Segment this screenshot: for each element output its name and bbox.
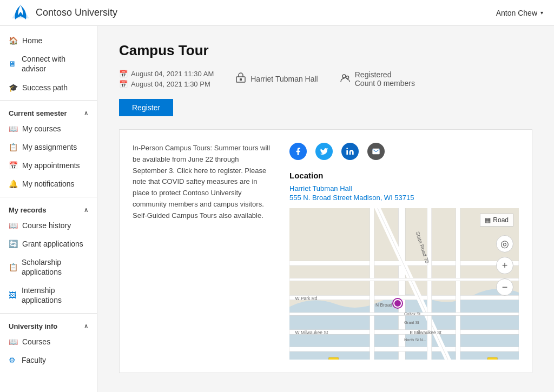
sidebar-item-courses[interactable]: 📖 Courses <box>0 333 97 351</box>
faculty-icon: ⚙ <box>9 355 17 365</box>
content-area: In-Person Campus Tours: Summer tours wil… <box>119 129 532 373</box>
success-path-icon: 🎓 <box>9 83 18 92</box>
sidebar-item-my-appointments[interactable]: 📅 My appointments <box>0 156 97 175</box>
sidebar-label-faculty: Faculty <box>22 355 46 365</box>
calendar-icon-1: 📅 <box>119 70 128 78</box>
description-text: In-Person Campus Tours: Summer tours wil… <box>133 143 273 222</box>
sidebar-item-home[interactable]: 🏠 Home <box>0 31 97 50</box>
calendar-icon-2: 📅 <box>119 80 128 88</box>
sidebar-item-my-courses[interactable]: 📖 My courses <box>0 119 97 138</box>
svg-rect-13 <box>370 208 374 360</box>
sidebar-item-course-history[interactable]: 📖 Course history <box>0 216 97 235</box>
svg-point-2 <box>342 75 346 78</box>
road-label-button[interactable]: ▦ Road <box>480 214 513 227</box>
svg-point-4 <box>346 148 348 149</box>
event-location-text: Harriet Tubman Hall <box>250 75 318 83</box>
registered-count: Count 0 members <box>355 79 415 88</box>
map-svg: State Road 78 W Milwaukee St E Milwaukee… <box>289 208 519 360</box>
svg-rect-14 <box>427 208 431 360</box>
event-date-2: 📅 August 04, 2021 1:30 PM <box>119 80 214 88</box>
my-courses-icon: 📖 <box>9 124 18 134</box>
logo-icon <box>11 3 30 23</box>
current-semester-label: Current semester <box>9 109 67 117</box>
sidebar-section-university-info[interactable]: University info ∧ <box>0 317 97 333</box>
sidebar-label-my-notifications: My notifications <box>22 179 74 189</box>
sidebar-label-scholarship-applications: Scholarship applications <box>22 257 88 277</box>
svg-text:Colfax St: Colfax St <box>404 311 420 316</box>
twitter-icon[interactable] <box>315 143 333 160</box>
svg-point-3 <box>346 76 348 79</box>
event-date-1-text: August 04, 2021 11:30 AM <box>131 70 214 78</box>
sidebar-item-my-notifications[interactable]: 🔔 My notifications <box>0 175 97 193</box>
sidebar-item-faculty[interactable]: ⚙ Faculty <box>0 351 97 369</box>
sidebar-label-my-assignments: My assignments <box>22 142 77 152</box>
svg-text:E Milwaukee St: E Milwaukee St <box>410 330 442 335</box>
sidebar-label-success-path: Success path <box>22 83 68 92</box>
svg-rect-16 <box>289 278 519 281</box>
sidebar-label-course-history: Course history <box>22 221 71 230</box>
social-icons <box>289 143 519 160</box>
sidebar-label-grant-applications: Grant applications <box>22 239 83 249</box>
course-history-icon: 📖 <box>9 221 18 230</box>
svg-text:78: 78 <box>331 358 337 360</box>
svg-text:78: 78 <box>490 358 496 360</box>
location-address-link[interactable]: 555 N. Broad Street Madison, WI 53715 <box>289 194 519 202</box>
home-icon: 🏠 <box>9 36 18 45</box>
sidebar-section-my-records[interactable]: My records ∧ <box>0 201 97 216</box>
my-assignments-icon: 📋 <box>9 142 18 152</box>
location-name-link[interactable]: Harriet Tubman Hall <box>289 184 519 192</box>
map-zoom-in-button[interactable]: + <box>496 257 513 274</box>
event-date-2-text: August 04, 2021 1:30 PM <box>131 80 210 88</box>
current-semester-chevron-icon: ∧ <box>84 110 88 117</box>
sidebar-label-connect-advisor: Connect with advisor <box>22 54 88 74</box>
right-col: Location Harriet Tubman Hall 555 N. Broa… <box>289 143 519 360</box>
my-notifications-icon: 🔔 <box>9 179 18 189</box>
road-label-text: Road <box>493 216 509 224</box>
svg-rect-1 <box>240 78 242 81</box>
app-title: Contoso University <box>36 7 117 18</box>
registered-text: Registered Count 0 members <box>355 70 415 88</box>
user-menu[interactable]: Anton Chew ▾ <box>496 9 543 17</box>
page-title: Campus Tour <box>119 42 532 59</box>
sidebar-divider-3 <box>0 313 97 314</box>
sidebar-label-courses: Courses <box>22 337 50 347</box>
courses-icon: 📖 <box>9 337 18 347</box>
internship-applications-icon: 🖼 <box>9 290 17 300</box>
svg-text:Grant St: Grant St <box>404 320 419 325</box>
my-records-chevron-icon: ∧ <box>84 207 88 214</box>
sidebar-divider-2 <box>0 197 97 197</box>
layout: 🏠 Home 🖥 Connect with advisor 🎓 Success … <box>0 26 554 392</box>
user-name: Anton Chew <box>496 9 537 17</box>
event-location: Harriet Tubman Hall <box>235 72 318 85</box>
university-info-chevron-icon: ∧ <box>84 323 88 330</box>
sidebar-section-current-semester[interactable]: Current semester ∧ <box>0 104 97 119</box>
facebook-icon[interactable] <box>289 143 307 160</box>
registered-icon <box>340 72 351 85</box>
event-info-bar: 📅 August 04, 2021 11:30 AM 📅 August 04, … <box>119 70 532 88</box>
event-description: In-Person Campus Tours: Summer tours wil… <box>133 143 273 360</box>
svg-rect-8 <box>289 295 519 300</box>
svg-rect-15 <box>456 208 460 360</box>
sidebar-item-grant-applications[interactable]: 🔄 Grant applications <box>0 235 97 253</box>
grant-applications-icon: 🔄 <box>9 239 18 249</box>
sidebar-item-my-assignments[interactable]: 📋 My assignments <box>0 138 97 156</box>
email-icon[interactable] <box>367 143 385 160</box>
sidebar-item-success-path[interactable]: 🎓 Success path <box>0 78 97 97</box>
svg-text:North St N...: North St N... <box>404 337 426 342</box>
road-label-icon: ▦ <box>485 216 491 224</box>
my-records-label: My records <box>9 206 46 214</box>
sidebar-label-my-appointments: My appointments <box>22 161 80 170</box>
event-registered: Registered Count 0 members <box>340 70 415 88</box>
sidebar-item-scholarship-applications[interactable]: 📋 Scholarship applications <box>0 253 97 281</box>
sidebar-item-internship-applications[interactable]: 🖼 Internship applications <box>0 281 97 309</box>
svg-rect-10 <box>289 347 519 351</box>
register-button[interactable]: Register <box>119 99 173 116</box>
sidebar-item-connect-advisor[interactable]: 🖥 Connect with advisor <box>0 50 97 78</box>
linkedin-icon[interactable] <box>341 143 359 160</box>
sidebar-divider-1 <box>0 100 97 101</box>
event-dates: 📅 August 04, 2021 11:30 AM 📅 August 04, … <box>119 70 214 88</box>
location-icon <box>235 72 246 85</box>
map-zoom-out-button[interactable]: − <box>496 278 513 296</box>
map-controls: ◎ + − <box>496 235 513 296</box>
map-locate-button[interactable]: ◎ <box>496 235 513 253</box>
